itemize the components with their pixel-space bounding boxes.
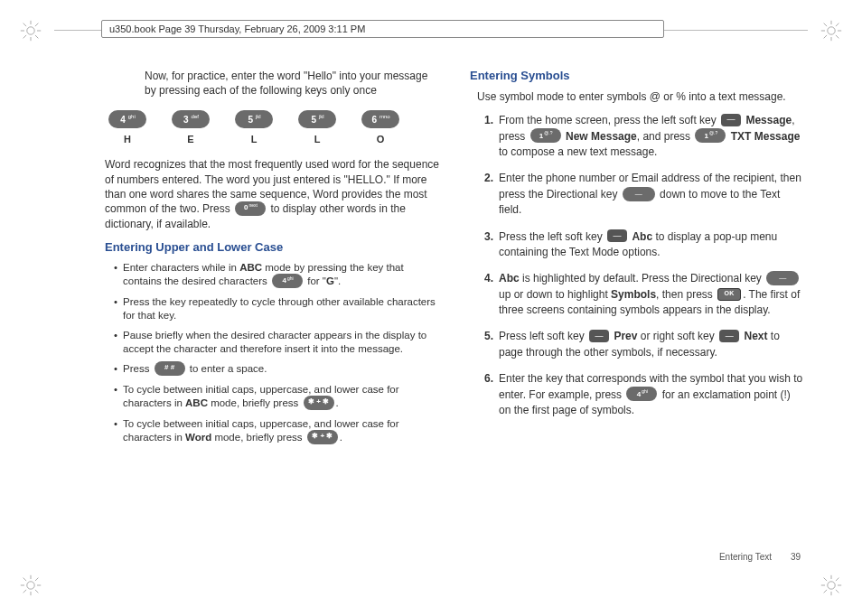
symbol-steps: 1. From the home screen, press the left … [475, 113, 804, 418]
phone-key-4-icon: 4ghi [272, 274, 303, 288]
step-2: 2. Enter the phone number or Email addre… [475, 171, 804, 218]
case-bullets: Enter characters while in ABC mode by pr… [114, 261, 439, 445]
svg-line-8 [35, 23, 39, 27]
bullet-6: To cycle between initial caps, uppercase… [114, 417, 439, 445]
bullet-5: To cycle between initial caps, uppercase… [114, 383, 439, 411]
step-1: 1. From the home screen, press the left … [475, 113, 804, 160]
soft-key-icon-2: — [607, 229, 627, 242]
svg-line-23 [23, 578, 27, 582]
bullet-3: Pause briefly when the desired character… [114, 329, 439, 356]
letter-l2: L [298, 134, 336, 145]
soft-key-icon-3: — [589, 330, 609, 342]
step-4: 4. Abc is highlighted by default. Press … [475, 271, 804, 318]
symbols-intro: Use symbol mode to enter symbols @ or % … [477, 89, 804, 104]
svg-line-15 [836, 35, 839, 39]
bullet-4: Press # # to enter a space. [114, 362, 439, 377]
directional-key-icon-2: — [766, 271, 799, 285]
letter-o: O [361, 134, 399, 145]
phone-key-star-icon: ✱ + ✱ [304, 396, 334, 410]
heading-symbols: Entering Symbols [470, 69, 804, 82]
phone-key-4: 4ghi [108, 110, 146, 128]
phone-key-star-icon-2: ✱ + ✱ [307, 430, 338, 444]
svg-line-25 [23, 590, 27, 593]
letter-l1: L [235, 134, 273, 145]
corner-ornament-bl [16, 571, 45, 600]
section-name: Entering Text [719, 552, 772, 562]
phone-key-6: 6mno [361, 110, 399, 128]
svg-point-27 [828, 582, 835, 589]
svg-line-14 [824, 23, 828, 27]
phone-key-hash-icon: # # [155, 361, 185, 376]
svg-line-5 [23, 23, 27, 27]
svg-line-7 [23, 35, 27, 39]
letter-h: H [108, 134, 146, 145]
svg-point-18 [27, 582, 34, 589]
svg-line-33 [836, 590, 839, 593]
step-5: 5. Press left soft key — Prev or right s… [475, 329, 804, 360]
svg-line-24 [35, 590, 39, 593]
page-footer: Entering Text 39 [719, 552, 801, 562]
svg-point-9 [828, 27, 835, 34]
phone-key-1-icon-2: 1@.? [695, 128, 726, 143]
page-number: 39 [791, 552, 801, 562]
step-6: 6. Enter the key that corresponds with t… [475, 371, 804, 418]
phone-key-5a: 5jkl [235, 110, 273, 128]
bullet-2: Press the key repeatedly to cycle throug… [114, 295, 439, 322]
phone-key-1-icon: 1@.? [530, 128, 561, 143]
svg-point-0 [27, 27, 34, 34]
ok-key-icon: OK [717, 288, 741, 301]
page-header: u350.book Page 39 Thursday, February 26,… [101, 20, 664, 38]
svg-line-35 [836, 578, 839, 582]
svg-line-16 [824, 35, 828, 39]
letter-e: E [172, 134, 210, 145]
key-row: 4ghi 3def 5jkl 5jkl 6mno [108, 110, 439, 128]
content-columns: Now, for practice, enter the word "Hello… [98, 69, 804, 452]
letter-row: H E L L O [108, 134, 439, 145]
corner-ornament-br [817, 571, 846, 600]
intro-text: Now, for practice, enter the word "Hello… [145, 69, 439, 98]
heading-case: Entering Upper and Lower Case [105, 240, 439, 254]
phone-key-5b: 5jkl [298, 110, 336, 128]
svg-line-34 [824, 590, 828, 593]
soft-key-icon: — [721, 114, 741, 126]
word-paragraph: Word recognizes that the most frequently… [105, 157, 439, 231]
phone-key-0-icon: 0next [235, 201, 266, 216]
svg-line-26 [35, 578, 39, 582]
svg-line-32 [824, 578, 828, 582]
left-column: Now, for practice, enter the word "Hello… [98, 69, 439, 452]
soft-key-icon-4: — [719, 330, 739, 342]
svg-line-6 [35, 35, 39, 39]
corner-ornament-tl [16, 16, 45, 45]
right-column: Entering Symbols Use symbol mode to ente… [470, 69, 804, 452]
bullet-1: Enter characters while in ABC mode by pr… [114, 261, 439, 289]
svg-line-17 [836, 23, 839, 27]
phone-key-3: 3def [172, 110, 210, 128]
directional-key-icon: — [623, 187, 655, 201]
phone-key-4-icon-2: 4ghi [626, 387, 657, 401]
step-3: 3. Press the left soft key — Abc to disp… [475, 229, 804, 261]
corner-ornament-tr [817, 16, 846, 45]
